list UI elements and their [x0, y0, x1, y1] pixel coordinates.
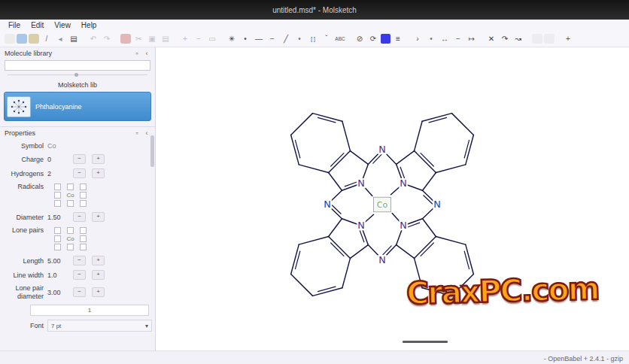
radicals-checkbox[interactable]	[67, 184, 74, 190]
lone-pairs-checkbox[interactable]	[54, 227, 61, 234]
nitrogen-atom-label[interactable]: N	[378, 254, 386, 265]
color-picker-icon[interactable]	[381, 34, 390, 44]
rotate-tool-icon[interactable]: ⟳	[367, 32, 379, 44]
zoom-out-icon[interactable]: −	[193, 32, 205, 44]
charge-minus-button[interactable]: −	[73, 154, 86, 164]
lone-pairs-checkbox[interactable]	[80, 244, 87, 250]
diameter-minus-button[interactable]: −	[73, 212, 86, 222]
nitrogen-atom-label[interactable]: N	[433, 199, 441, 210]
blob-tool-2-icon[interactable]	[544, 34, 555, 44]
lone-pair-diameter-minus-button[interactable]: −	[73, 287, 86, 297]
menu-edit[interactable]: Edit	[26, 21, 49, 29]
library-close-button[interactable]: ‹	[143, 50, 150, 57]
length-minus-button[interactable]: −	[73, 256, 86, 265]
diameter-field[interactable]: 1.50	[47, 214, 67, 221]
hydrogens-minus-button[interactable]: −	[73, 168, 86, 178]
nitrogen-atom-label[interactable]: N	[378, 144, 386, 155]
line-width-minus-button[interactable]: −	[73, 270, 86, 280]
resonance-arrow-icon[interactable]: ↔	[439, 32, 451, 44]
blob-tool-1-icon[interactable]	[532, 34, 542, 44]
draw-tool-icon[interactable]: ╱	[280, 32, 292, 44]
radicals-checkbox[interactable]	[80, 192, 87, 199]
zoom-fit-icon[interactable]: ▭	[206, 32, 218, 44]
arrow-small-icon[interactable]: ›	[412, 32, 424, 44]
length-field[interactable]: 5.00	[47, 257, 67, 265]
lone-pairs-checkbox[interactable]	[67, 227, 74, 234]
nitrogen-atom-label[interactable]: N	[357, 220, 365, 232]
length-plus-button[interactable]: +	[92, 256, 105, 265]
library-search-input[interactable]	[5, 60, 150, 71]
radicals-checkbox[interactable]	[54, 200, 61, 207]
hydrogens-field[interactable]: 2	[47, 170, 67, 177]
undo-icon[interactable]: ↶	[87, 32, 99, 44]
brackets-tool-icon[interactable]: [ ]	[307, 32, 319, 44]
no-draw-tool-icon[interactable]: ⊘	[354, 32, 366, 44]
charge-plus-button[interactable]: +	[92, 154, 105, 164]
insert-ring-icon[interactable]: ✳	[226, 32, 238, 44]
canvas-hscrollbar-thumb[interactable]	[403, 341, 448, 343]
properties-close-button[interactable]: ‹	[143, 129, 150, 137]
single-bond-icon[interactable]: —	[253, 32, 265, 44]
export-image-icon[interactable]	[120, 34, 131, 44]
library-float-button[interactable]: ▫	[133, 50, 141, 57]
lone-pairs-checkbox[interactable]	[80, 235, 87, 242]
mechanism-arrow-1-icon[interactable]: ↷	[499, 32, 511, 44]
hydrogens-plus-button[interactable]: +	[92, 168, 105, 178]
paste-icon[interactable]: ▤	[160, 32, 172, 44]
nitrogen-atom-label[interactable]: N	[357, 177, 365, 189]
mapping-arrow-icon[interactable]: ↦	[466, 32, 478, 44]
menu-view[interactable]: View	[49, 21, 76, 29]
library-scrollbar[interactable]	[150, 135, 154, 167]
radicals-checkbox[interactable]	[67, 200, 74, 207]
lone-pairs-checkbox[interactable]	[67, 244, 74, 250]
text-tool-icon[interactable]: ABC	[334, 32, 346, 44]
nitrogen-atom-label[interactable]: N	[400, 177, 407, 189]
metal-atom-label[interactable]: Co	[377, 200, 388, 210]
delete-tool-icon[interactable]: ✕	[485, 32, 497, 44]
minus-small-icon[interactable]: −	[452, 32, 464, 44]
open-file-icon[interactable]	[17, 34, 27, 44]
slider-knob[interactable]	[74, 73, 78, 77]
new-file-icon[interactable]	[5, 34, 15, 44]
mechanism-arrow-2-icon[interactable]: ↝	[512, 32, 524, 44]
copy-icon[interactable]: ▣	[146, 32, 158, 44]
lone-pair-diameter-field[interactable]: 3.00	[47, 289, 67, 296]
library-item[interactable]: Phthalocyanine	[4, 92, 151, 121]
zoom-in-icon[interactable]: +	[179, 32, 191, 44]
line-width-field[interactable]: 1.0	[47, 271, 67, 279]
chevron-tool-icon[interactable]: ˇ	[321, 32, 333, 44]
menu-help[interactable]: Help	[76, 21, 102, 29]
cut-icon[interactable]: ✂	[132, 32, 144, 44]
radicals-checkbox[interactable]	[54, 184, 61, 190]
properties-float-button[interactable]: ▫	[133, 129, 141, 137]
redo-icon[interactable]: ↷	[101, 32, 113, 44]
nitrogen-atom-label[interactable]: N	[324, 199, 331, 210]
lone-pairs-checkbox[interactable]	[54, 244, 61, 250]
dot-tool-icon[interactable]: •	[425, 32, 437, 44]
menu-file[interactable]: File	[3, 21, 26, 29]
line-width-icon[interactable]: ≡	[392, 32, 404, 44]
radicals-checkbox[interactable]	[54, 192, 61, 199]
radicals-checkbox[interactable]	[80, 184, 87, 190]
line-width-plus-button[interactable]: +	[92, 270, 105, 280]
symbol-field[interactable]: Co	[47, 142, 67, 150]
charge-field[interactable]: 0	[47, 156, 67, 163]
atom-dot-icon[interactable]: •	[239, 32, 251, 44]
lone-pair-diameter-plus-button[interactable]: +	[92, 287, 105, 297]
title-bar[interactable]: untitled.msd* - Molsketch	[0, 0, 629, 20]
select-arrow-icon[interactable]: ◂	[54, 32, 66, 44]
drawing-canvas[interactable]: NNNNNNNNCo CraxPC.com	[156, 47, 629, 350]
save-file-icon[interactable]	[29, 34, 39, 44]
lone-pairs-checkbox[interactable]	[80, 227, 87, 234]
print-icon[interactable]: ▤	[68, 32, 80, 44]
edit-pen-icon[interactable]: /	[41, 32, 53, 44]
stretch-input[interactable]: 1	[30, 305, 149, 316]
decrease-bond-icon[interactable]: −	[266, 32, 278, 44]
lone-pairs-checkbox[interactable]	[54, 235, 61, 242]
small-dot-icon[interactable]: •	[293, 32, 305, 44]
diameter-plus-button[interactable]: +	[92, 212, 105, 222]
font-combo[interactable]: 7 pt ▾	[47, 320, 152, 332]
library-size-slider[interactable]	[8, 72, 147, 77]
nitrogen-atom-label[interactable]: N	[400, 220, 407, 232]
add-tool-icon[interactable]: +	[562, 32, 574, 44]
